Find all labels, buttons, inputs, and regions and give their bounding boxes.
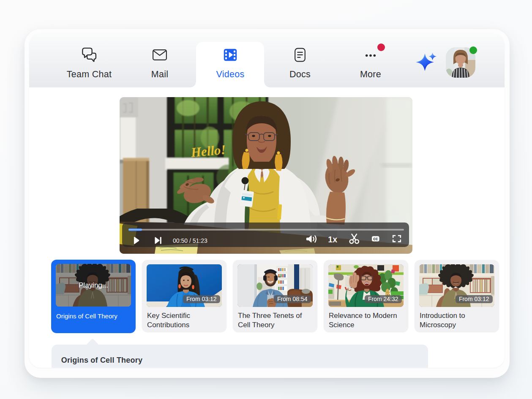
- svg-text:cc: cc: [374, 236, 379, 241]
- svg-text:Hello!: Hello!: [190, 142, 226, 160]
